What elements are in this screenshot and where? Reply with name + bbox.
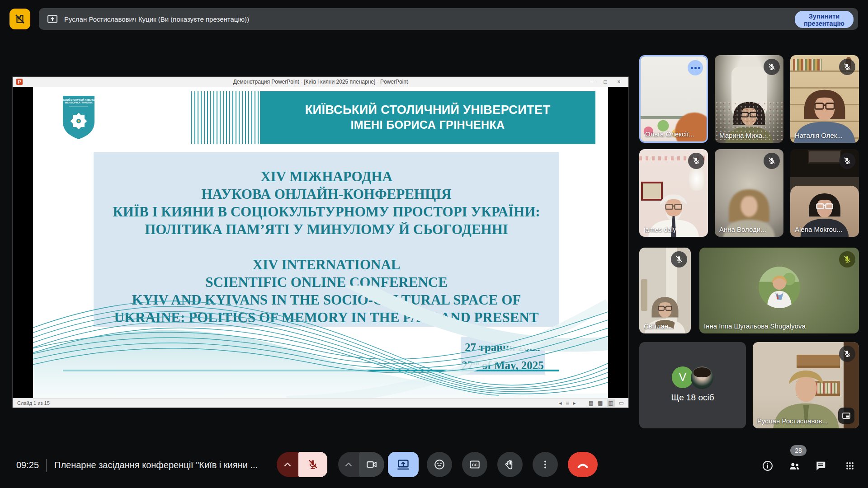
participant-tile-alena[interactable]: Alena Mokrou...: [790, 149, 859, 237]
bookshelf-decoration: [793, 59, 822, 70]
svg-text:КИЇВСЬКИЙ СТОЛИЧНИЙ УНІВЕРСИТЕ: КИЇВСЬКИЙ СТОЛИЧНИЙ УНІВЕРСИТЕТ: [62, 98, 95, 101]
mic-options-caret-button[interactable]: [277, 452, 298, 477]
emoji-icon: [434, 459, 445, 470]
participants-panel-button[interactable]: [788, 460, 801, 472]
reactions-button[interactable]: [427, 452, 452, 477]
participant-name: Alena Mokrou...: [795, 225, 842, 233]
meeting-title-label: Пленарне засідання конференції "Київ і к…: [54, 460, 258, 470]
lamp-decoration: [689, 167, 704, 191]
powerpoint-window-title: Демонстрация PowerPoint - [Київ і кияни …: [13, 79, 628, 85]
more-vertical-icon: [540, 459, 551, 470]
building-off-icon: [14, 13, 26, 25]
present-screen-icon: [47, 14, 58, 24]
end-call-icon: [576, 459, 589, 470]
slide-counter: Слайд 1 из 15: [17, 400, 50, 406]
participant-name: Марина Миха...: [719, 131, 768, 139]
more-participants-tile[interactable]: V Ще 18 осіб: [639, 342, 746, 428]
participant-tile-svitlana[interactable]: Світлан...: [639, 248, 691, 333]
next-slide-button[interactable]: ▸: [573, 400, 576, 406]
normal-view-button[interactable]: ▥: [607, 399, 614, 407]
presenter-name-label: Руслан Ростиславович Куцик (Ви (показуєт…: [64, 15, 249, 23]
chat-icon: [815, 460, 826, 472]
participant-name: Анна Володи...: [719, 225, 766, 233]
university-name-line1: КИЇВСЬКИЙ СТОЛИЧНИЙ УНІВЕРСИТЕТ: [260, 102, 595, 117]
participant-name: Наталія Олек...: [795, 131, 843, 139]
slideshow-view-button[interactable]: ▭: [619, 400, 624, 406]
participant-name: james daly: [644, 225, 676, 233]
stop-presentation-label-line2: презентацію: [804, 20, 844, 27]
avatar-initial: V: [672, 366, 693, 388]
more-options-button[interactable]: [533, 452, 558, 477]
header-stripes-decoration: [191, 91, 260, 144]
present-screen-button[interactable]: [388, 452, 419, 477]
picture-in-picture-button[interactable]: [838, 408, 854, 424]
slide-viewport: КИЇВСЬКИЙ СТОЛИЧНИЙ УНІВЕРСИТЕТ ІМЕНІ БО…: [13, 87, 628, 398]
mic-muted-icon: [671, 251, 687, 267]
participant-tile-maryna[interactable]: Марина Миха...: [715, 55, 783, 143]
avatar: [691, 366, 713, 389]
slide-menu-button[interactable]: ≡: [566, 400, 569, 406]
apps-grid-icon: [844, 460, 855, 471]
participant-tile-anna[interactable]: Анна Володи...: [715, 149, 783, 237]
captions-button[interactable]: CC: [462, 452, 487, 477]
participant-name: Руслан Ростиславов...: [757, 417, 828, 425]
picture-frame-decoration: [808, 150, 841, 164]
mic-muted-icon: [688, 153, 704, 169]
camera-options-caret-button[interactable]: [338, 452, 359, 477]
previous-slide-button[interactable]: ◂: [559, 400, 562, 406]
divider: [46, 459, 47, 472]
clock-label: 09:25: [16, 460, 39, 470]
participant-name: Інна Inna Шугальова Shugalyova: [704, 322, 806, 330]
slide: КИЇВСЬКИЙ СТОЛИЧНИЙ УНІВЕРСИТЕТ ІМЕНІ БО…: [33, 87, 608, 398]
title-en-line1: XIV INTERNATIONAL: [94, 256, 559, 273]
title-uk-line3: КИЇВ І КИЯНИ В СОЦІОКУЛЬТУРНОМУ ПРОСТОРІ…: [94, 203, 559, 221]
mic-muted-icon: [764, 59, 780, 75]
people-icon: [788, 460, 801, 472]
powerpoint-statusbar: Слайд 1 из 15 ◂ ≡ ▸ ▤ ▦ ▥ ▭: [13, 398, 628, 408]
participant-video: [699, 248, 859, 333]
participant-name: Світлан...: [644, 322, 674, 330]
powerpoint-window: P Демонстрация PowerPoint - [Київ і киян…: [13, 77, 628, 408]
mic-mute-button[interactable]: [298, 452, 327, 477]
slide-sorter-view-button[interactable]: ▦: [598, 400, 603, 406]
chat-panel-button[interactable]: [814, 460, 827, 472]
presenting-status-bar: Руслан Ростиславович Куцик (Ви (показуєт…: [39, 8, 858, 30]
slide-header-band: КИЇВСЬКИЙ СТОЛИЧНИЙ УНІВЕРСИТЕТ ІМЕНІ БО…: [260, 91, 595, 144]
stop-presentation-label-line1: Зупинити: [809, 13, 840, 20]
presentation-warning-icon[interactable]: [9, 9, 30, 29]
raise-hand-button[interactable]: [497, 452, 523, 477]
mic-muted-icon: [839, 346, 855, 362]
meeting-details-button[interactable]: [761, 460, 774, 472]
participant-name: Ольга Олексії...: [645, 130, 694, 138]
participant-tile-nataliia[interactable]: Наталія Олек...: [790, 55, 859, 143]
mic-off-icon: [307, 459, 319, 470]
powerpoint-titlebar: P Демонстрация PowerPoint - [Київ і киян…: [13, 77, 628, 87]
svg-text:ІМЕНІ БОРИСА ГРІНЧЕНКА: ІМЕНІ БОРИСА ГРІНЧЕНКА: [65, 102, 93, 104]
info-icon: [762, 460, 774, 472]
end-call-button[interactable]: [568, 452, 598, 477]
tile-options-menu-icon[interactable]: [688, 60, 703, 75]
stop-presentation-button[interactable]: Зупинити презентацію: [795, 11, 854, 28]
participant-tile-james[interactable]: james daly: [639, 149, 708, 237]
window-close-button[interactable]: ×: [612, 79, 626, 85]
title-uk-line2: НАУКОВА ОНЛАЙН-КОНФЕРЕНЦІЯ: [94, 185, 559, 203]
apps-grid-button[interactable]: [844, 460, 856, 472]
participant-tile-olha[interactable]: Ольга Олексії...: [639, 55, 708, 143]
mic-muted-icon: [839, 59, 855, 75]
camera-button[interactable]: [359, 452, 384, 477]
raise-hand-icon: [504, 459, 516, 470]
participant-tile-ruslan[interactable]: Руслан Ростиславов...: [753, 342, 859, 428]
captions-icon: CC: [469, 459, 481, 470]
avatar: [759, 267, 800, 308]
wave-decoration: [33, 286, 608, 398]
university-logo: КИЇВСЬКИЙ СТОЛИЧНИЙ УНІВЕРСИТЕТ ІМЕНІ БО…: [62, 95, 95, 140]
window-minimize-button[interactable]: –: [585, 79, 599, 85]
mic-muted-icon: [839, 153, 855, 169]
mic-muted-icon: [839, 251, 855, 267]
notes-view-button[interactable]: ▤: [589, 400, 594, 406]
participant-tile-inna[interactable]: Інна Inna Шугальова Shugalyova: [699, 248, 859, 333]
svg-text:CC: CC: [472, 463, 478, 467]
present-screen-icon: [397, 459, 410, 470]
window-restore-button[interactable]: □: [599, 79, 612, 85]
more-participants-label: Ще 18 осіб: [639, 393, 746, 403]
